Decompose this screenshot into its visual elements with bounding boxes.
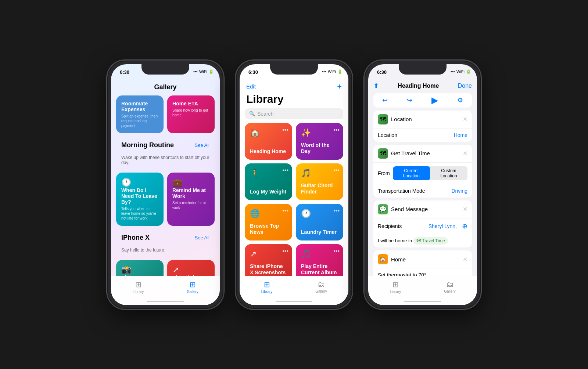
library-header: Edit + (240, 80, 348, 91)
browse-dots[interactable]: ••• (282, 207, 288, 214)
notch-3 (399, 64, 447, 75)
nav-library-2[interactable]: ⊞ Library (240, 280, 294, 294)
status-time-3: 6:30 (377, 69, 387, 75)
share-x-dots[interactable]: ••• (282, 248, 288, 254)
travel-time-action-block: 🗺 Get Travel Time ✕ From Current Locatio… (373, 145, 472, 198)
from-segment[interactable]: Current Location Custom Location (393, 166, 467, 180)
log-dots[interactable]: ••• (282, 167, 288, 174)
message-action-name: Send Message (391, 206, 460, 212)
travel-time-badge[interactable]: 🗺 Travel Time (413, 237, 448, 245)
library-icon-3: ⊞ (392, 280, 399, 289)
share-button[interactable]: ⬆ (373, 82, 379, 90)
library-content: Edit + Library 🔍 Search ••• 🏠 Heading Ho… (240, 80, 348, 276)
home-action-name: Home (391, 256, 460, 263)
signal-icon-2: ▪▪▪ (322, 69, 326, 74)
guitar-dots[interactable]: ••• (333, 167, 340, 174)
play-album-card[interactable]: ••• 🎵 Play Entire Current Album (296, 244, 343, 276)
log-title: Log My Weight (250, 189, 287, 195)
add-recipient-btn[interactable]: ⊕ (462, 222, 467, 230)
home-indicator-3 (368, 298, 477, 305)
message-remove-btn[interactable]: ✕ (463, 206, 467, 213)
travel-remove-btn[interactable]: ✕ (463, 150, 467, 157)
playback-controls: ↩ ↪ ▶ ⚙ (373, 93, 472, 108)
nav-gallery-3[interactable]: 🗂 Gallery (423, 280, 477, 293)
home-indicator-2 (240, 298, 348, 305)
nav-gallery-1[interactable]: ⊞ Gallery (165, 280, 220, 294)
nav-library-3[interactable]: ⊞ Library (368, 280, 423, 294)
notch-1 (141, 64, 189, 75)
nav-gallery-label-2: Gallery (315, 289, 327, 293)
home-bar-2 (276, 301, 312, 302)
roommate-desc: Split an expense, then request and log p… (121, 114, 158, 128)
bottom-nav-2: ⊞ Library 🗂 Gallery (240, 276, 348, 298)
roommate-expenses-card[interactable]: Roommate Expenses Split an expense, then… (116, 95, 164, 133)
play-button[interactable]: ▶ (431, 95, 438, 105)
heading-home-card[interactable]: ••• 🏠 Heading Home (245, 123, 292, 160)
location-label: Location (378, 132, 451, 138)
message-action-header: 💬 Send Message ✕ (373, 200, 472, 218)
browse-title: Browse Top News (250, 223, 287, 235)
play-dots[interactable]: ••• (333, 248, 340, 254)
add-button[interactable]: + (337, 82, 342, 91)
recipients-row: Recipients Sheryl Lynn, ⊕ (373, 218, 472, 234)
home-action-block: 🏠 Home ✕ Set thermostat to 70° (373, 250, 472, 275)
message-action-icon: 💬 (378, 204, 388, 214)
library-icon-2: ⊞ (264, 280, 270, 289)
remind-me-desc: Set a reminder for at work (172, 200, 209, 210)
nav-library-1[interactable]: ⊞ Library (111, 280, 165, 294)
morning-see-all[interactable]: See All (195, 142, 209, 148)
edit-button[interactable]: Edit (246, 83, 256, 90)
home-indicator-1 (111, 298, 220, 305)
done-button[interactable]: Done (458, 83, 472, 89)
laundry-icon: 🕐 (301, 209, 338, 218)
share-x-card[interactable]: ••• ↗ Share iPhone X Screenshots (245, 244, 292, 276)
search-bar-2[interactable]: 🔍 Search (245, 108, 343, 119)
nav-gallery-2[interactable]: 🗂 Gallery (294, 280, 348, 293)
location-value[interactable]: Home (454, 132, 467, 138)
gallery-header: Gallery (111, 80, 220, 95)
home-eta-title: Home ETA (172, 101, 209, 106)
heading-home-dots[interactable]: ••• (282, 127, 288, 133)
transportation-value[interactable]: Driving (451, 188, 467, 194)
word-of-day-card[interactable]: ••• ✨ Word of the Day (296, 123, 343, 160)
remind-me-title: Remind Me at Work (172, 187, 209, 199)
guitar-card[interactable]: ••• 🎵 Guitar Chord Finder (296, 163, 343, 200)
heading-home-title: Heading Home (250, 148, 287, 155)
location-remove-btn[interactable]: ✕ (463, 116, 467, 123)
log-weight-card[interactable]: ••• 🚶 Log My Weight (245, 163, 292, 200)
wifi-icon-2: WiFi (328, 69, 336, 74)
portrait-photo-card[interactable]: 📸 Share A Portrait Photo Quickly share a… (116, 260, 164, 276)
laundry-card[interactable]: ••• 🕐 Laundry Timer (296, 204, 343, 240)
location-row: Location Home (373, 129, 472, 142)
detail-header: ⬆ Heading Home Done (368, 80, 477, 93)
home-eta-desc: Share how long to get home (172, 108, 209, 117)
settings-button[interactable]: ⚙ (457, 96, 463, 104)
send-message-action-block: 💬 Send Message ✕ Recipients Sheryl Lynn,… (373, 200, 472, 248)
share-screenshots-card[interactable]: ↗ Share iPhone Screenshots Pick from all… (167, 260, 215, 276)
custom-location-btn[interactable]: Custom Location (430, 166, 467, 180)
home-eta-card[interactable]: Home ETA Share how long to get home (167, 95, 215, 133)
search-icon-2: 🔍 (249, 111, 255, 116)
undo-button[interactable]: ↩ (382, 96, 388, 104)
top-cards-row: Roommate Expenses Split an expense, then… (116, 95, 215, 133)
travel-action-name: Get Travel Time (391, 150, 460, 156)
word-dots[interactable]: ••• (333, 127, 340, 133)
message-body: I will be home in 🗺 Travel Time (373, 234, 472, 248)
iphonex-desc: Say hello to the future. (116, 247, 215, 256)
travel-action-icon: 🗺 (378, 148, 388, 159)
laundry-dots[interactable]: ••• (333, 207, 340, 214)
current-location-btn[interactable]: Current Location (393, 166, 430, 180)
from-label: From (378, 170, 390, 176)
iphonex-see-all[interactable]: See All (195, 235, 209, 240)
redo-button[interactable]: ↪ (407, 96, 412, 104)
remind-me-card[interactable]: 💼 Remind Me at Work Set a reminder for a… (167, 173, 215, 226)
recipients-value[interactable]: Sheryl Lynn, (429, 223, 457, 229)
shortcut-grid: ••• 🏠 Heading Home ••• ✨ Word of the Day… (240, 123, 348, 276)
morning-routine-header: Morning Routine See All (116, 138, 215, 151)
leave-by-card[interactable]: 🕐 When Do I Need To Leave By? Tells you … (116, 173, 164, 226)
screen-2: 6:30 ▪▪▪ WiFi 🔋 Edit + Library 🔍 Search (240, 64, 348, 305)
browse-news-card[interactable]: ••• 🌐 Browse Top News (245, 204, 292, 240)
location-action-header: 🗺 Location ✕ (373, 111, 472, 129)
play-icon: 🎵 (301, 249, 338, 259)
home-remove-btn[interactable]: ✕ (463, 256, 467, 263)
